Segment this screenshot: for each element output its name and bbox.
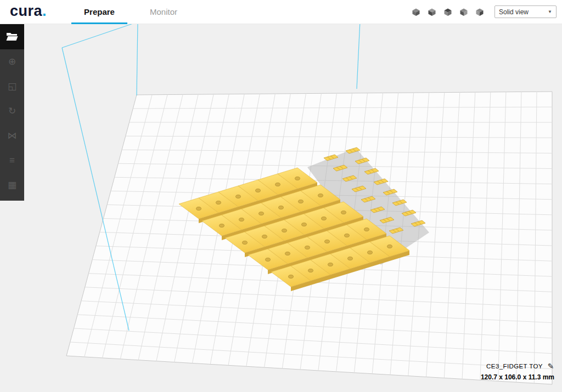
open-file-button[interactable] [0, 24, 24, 49]
chevron-down-icon: ▼ [548, 9, 552, 14]
scale-icon: ◱ [8, 81, 16, 92]
open-folder-icon [5, 31, 19, 42]
view-front-icon [427, 7, 437, 17]
move-tool-button[interactable]: ⊕ [0, 49, 24, 74]
move-icon: ⊕ [8, 56, 16, 67]
model-name: CE3_FIDGET TOY [486, 363, 543, 370]
scale-tool-button[interactable]: ◱ [0, 74, 24, 99]
view-top-button[interactable] [442, 7, 453, 18]
support-blocker-icon: ▦ [8, 179, 16, 191]
logo-dot: . [42, 3, 47, 19]
header: cura. Prepare Monitor Solid view ▼ [0, 0, 562, 24]
camera-view-buttons [411, 7, 485, 18]
view-right-button[interactable] [474, 7, 485, 18]
tool-sidebar: ⊕◱↻⋈≡▦ [0, 24, 24, 201]
per-model-settings-icon: ≡ [9, 155, 15, 166]
tab-monitor[interactable]: Monitor [136, 0, 191, 24]
edit-name-icon[interactable]: ✎ [548, 362, 554, 371]
view-3d-button[interactable] [411, 7, 422, 18]
rotate-icon: ↻ [8, 105, 16, 117]
model-dimensions: 120.7 x 106.0 x 11.3 mm [481, 373, 554, 381]
model-info: CE3_FIDGET TOY ✎ 120.7 x 106.0 x 11.3 mm [481, 362, 554, 381]
viewport-3d[interactable] [0, 0, 562, 392]
support-blocker-button[interactable]: ▦ [0, 173, 24, 197]
per-model-settings-button[interactable]: ≡ [0, 148, 24, 173]
view-left-icon [459, 7, 469, 17]
logo-text: cura [10, 3, 42, 19]
view-3d-icon [411, 7, 421, 17]
rotate-tool-button[interactable]: ↻ [0, 99, 24, 123]
view-left-button[interactable] [458, 7, 469, 18]
mirror-icon: ⋈ [8, 130, 17, 141]
active-tab-indicator [71, 22, 127, 24]
view-mode-value: Solid view [499, 8, 529, 16]
mirror-tool-button[interactable]: ⋈ [0, 123, 24, 148]
view-right-icon [475, 7, 485, 17]
view-front-button[interactable] [426, 7, 437, 18]
view-mode-dropdown[interactable]: Solid view ▼ [494, 5, 557, 18]
app-logo: cura. [10, 3, 47, 20]
tab-prepare[interactable]: Prepare [71, 0, 127, 24]
view-top-icon [443, 7, 453, 17]
